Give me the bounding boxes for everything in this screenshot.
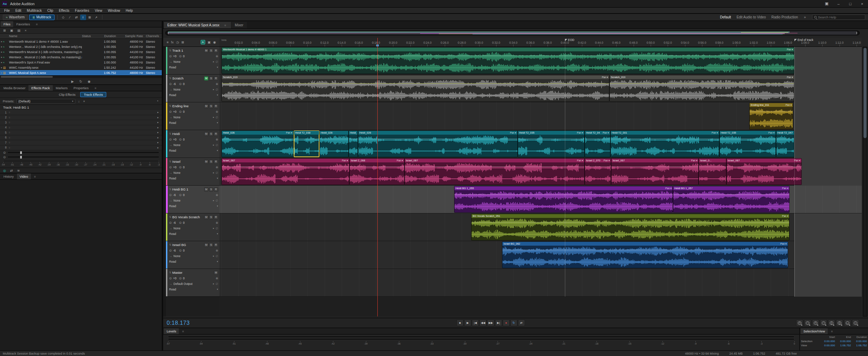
- automation-mode-selector[interactable]: Read: [169, 204, 215, 208]
- scrollbar-thumb[interactable]: [863, 48, 867, 138]
- track-drag-icon[interactable]: ⇅: [169, 243, 171, 246]
- clip-bg-vocals-scratch-051[interactable]: BG Vocals Scratch_051Pan ▾: [471, 214, 790, 240]
- track-drag-icon[interactable]: ⇅: [169, 77, 171, 80]
- clip-heidi-t2-035[interactable]: Heidi T2_035Pan ▾: [719, 130, 776, 157]
- volume-envelope-line[interactable]: [350, 167, 404, 167]
- panel-menu-icon[interactable]: ≡: [181, 330, 185, 333]
- input-selector[interactable]: None: [174, 60, 212, 63]
- volume-envelope-line[interactable]: [776, 139, 794, 139]
- solo-button[interactable]: S: [209, 243, 213, 247]
- track-lane-heidi-bg-1[interactable]: Heidi BG 1_055Pan ▾Heidi BG 1_057Pan ▾: [219, 186, 862, 213]
- solo-button[interactable]: S: [209, 160, 213, 164]
- clip-scratch-019[interactable]: Scratch_019Pan ▾: [609, 75, 794, 102]
- tab-effects-rack[interactable]: Effects Rack: [28, 85, 52, 91]
- automation-mode-selector[interactable]: Read: [169, 149, 215, 152]
- menu-favorites[interactable]: Favorites: [72, 9, 92, 12]
- close-file-icon[interactable]: ×: [25, 28, 27, 32]
- clip-israel-067[interactable]: Israel_067Pan ▾: [222, 158, 349, 185]
- skip-selection-button[interactable]: ⇄: [518, 320, 525, 326]
- volume-envelope-line[interactable]: [611, 167, 698, 167]
- add-effect-icon[interactable]: ⊕: [216, 166, 218, 169]
- file-row[interactable]: ▸≈Wentworth Musical 1 demo # 48000 1.wav…: [0, 39, 162, 44]
- tab-markers[interactable]: Markers: [53, 85, 70, 91]
- slot-arrow-icon[interactable]: ▸: [157, 111, 159, 114]
- move-tool-icon[interactable]: ◇: [60, 15, 66, 20]
- rack-power-icon[interactable]: ◎: [3, 169, 6, 172]
- zoom-to-in-point-button[interactable]: [: [828, 320, 835, 326]
- chevron-right-icon[interactable]: ▸: [213, 116, 215, 119]
- mute-button[interactable]: M: [204, 243, 208, 247]
- workspace-radio-production[interactable]: Radio Production: [769, 15, 801, 19]
- volume-envelope-line[interactable]: [673, 194, 789, 195]
- mute-button[interactable]: M: [214, 271, 218, 275]
- files-horizontal-scrollbar[interactable]: [0, 75, 162, 78]
- pan-knob[interactable]: ⊙: [179, 193, 182, 197]
- arm-record-button[interactable]: R: [214, 104, 218, 108]
- clip-pan-label[interactable]: Pan ▾: [603, 132, 609, 134]
- menu-edit[interactable]: Edit: [12, 9, 24, 12]
- clip-israel-067[interactable]: Israel_067Pan ▾: [611, 158, 699, 185]
- marquee-selection-tool-icon[interactable]: ⊞: [87, 15, 93, 20]
- mute-button[interactable]: M: [204, 215, 208, 219]
- pan-knob[interactable]: ⊙: [179, 138, 182, 141]
- effect-slot[interactable]: 2○▸: [0, 115, 162, 120]
- video-track-icon[interactable]: ▣: [208, 40, 211, 44]
- clip-pan-label[interactable]: Pan ▾: [794, 159, 800, 162]
- clip-pan-label[interactable]: Pan ▾: [397, 159, 403, 162]
- workspace-default[interactable]: Default: [718, 15, 734, 19]
- skip-to-end-button[interactable]: ▶|: [495, 320, 502, 326]
- tab-mixer[interactable]: Mixer: [231, 22, 247, 28]
- effect-slot[interactable]: 3○▸: [0, 120, 162, 125]
- column-header-status[interactable]: Status: [82, 34, 97, 38]
- volume-knob[interactable]: ⊙: [169, 82, 172, 86]
- chevron-right-icon[interactable]: ▸: [213, 60, 215, 63]
- automation-mode-selector[interactable]: Read: [169, 93, 215, 97]
- rack-meter-icon[interactable]: ≋: [17, 169, 20, 172]
- multitrack-view-button[interactable]: ≣ Multitrack: [29, 15, 54, 20]
- track-lanes[interactable]: Wentworth Musical 1 demo # 48000 1Pan ▾S…: [219, 47, 862, 316]
- slider-thumb[interactable]: [20, 156, 22, 159]
- effect-slot[interactable]: 7○▸: [0, 140, 162, 145]
- file-row[interactable]: ▸▤WWC Assembly.sesx1:50.24244100 HzStere…: [0, 65, 162, 70]
- expand-arrow-icon[interactable]: ▸: [1, 45, 2, 48]
- timeline-ruler[interactable]: hms 0:02.00:04.00:06.00:08.00:10.00:12.0…: [219, 38, 862, 47]
- track-header-israel[interactable]: ⇅IsraelMSR⊙+0⊙0⊕→None▸∅Read▾: [166, 158, 219, 186]
- effect-slot[interactable]: 1○▸: [0, 110, 162, 115]
- preview-autoplay-icon[interactable]: ◉: [87, 79, 90, 83]
- scrollbar-thumb[interactable]: [1, 76, 53, 78]
- arm-record-button[interactable]: R: [214, 160, 218, 164]
- input-selector[interactable]: None: [174, 227, 212, 230]
- input-selector[interactable]: None: [174, 171, 212, 175]
- input-selector[interactable]: None: [174, 199, 212, 202]
- clip-israel-0[interactable]: Israel_0...: [699, 158, 726, 185]
- preview-play-icon[interactable]: ▶: [71, 79, 74, 83]
- chevron-right-icon[interactable]: ▸: [213, 255, 215, 257]
- volume-envelope-line[interactable]: [750, 111, 793, 111]
- pan-knob[interactable]: ⊙: [179, 54, 182, 58]
- clip-heidi-0[interactable]: Heidi_0...: [349, 130, 358, 157]
- fast-forward-button[interactable]: ▶▶: [487, 320, 494, 326]
- mute-button[interactable]: M: [204, 187, 208, 192]
- volume-envelope-line[interactable]: [699, 167, 726, 167]
- track-drag-icon[interactable]: ⇅: [169, 271, 171, 274]
- clip-heidi-t2-044[interactable]: Heidi T2_044Pan ▾: [585, 130, 610, 157]
- effect-slot[interactable]: 8○▸: [0, 145, 162, 151]
- chevron-right-icon[interactable]: ▸: [213, 227, 215, 230]
- arm-record-button[interactable]: R: [214, 243, 218, 247]
- close-button[interactable]: ×: [856, 0, 868, 8]
- clip-pan-label[interactable]: Pan ▾: [782, 215, 788, 218]
- skip-to-start-button[interactable]: |◀: [472, 320, 479, 326]
- menu-effects[interactable]: Effects: [56, 9, 72, 12]
- output-gain-slider[interactable]: [8, 156, 159, 158]
- track-lane-ending-line[interactable]: Ending line_011Pan ▾: [219, 102, 862, 130]
- menu-clip[interactable]: Clip: [44, 9, 56, 12]
- clip-pan-label[interactable]: Pan ▾: [602, 76, 608, 79]
- chevron-down-icon[interactable]: ▾: [217, 205, 218, 207]
- zoom-out-horizontal-button[interactable]: −: [804, 320, 811, 326]
- zoom-full-horizontal-button[interactable]: ↔: [844, 320, 851, 326]
- add-effect-icon[interactable]: ⊕: [216, 277, 218, 280]
- track-lane-bg-vocals-scratch[interactable]: BG Vocals Scratch_051Pan ▾: [219, 213, 862, 241]
- column-header-sample-rate[interactable]: Sample Rate: [119, 34, 146, 38]
- volume-envelope-line[interactable]: [610, 83, 794, 84]
- input-gain-knob-icon[interactable]: ⊙: [3, 151, 6, 154]
